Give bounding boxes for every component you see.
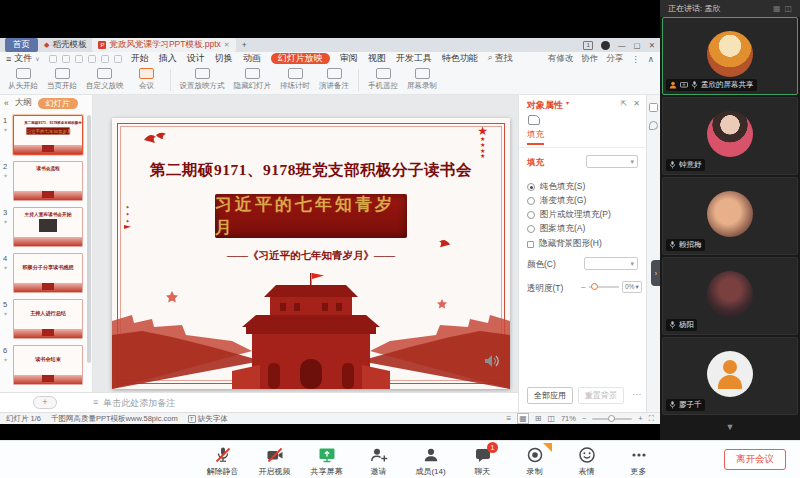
- hide-background-checkbox[interactable]: 隐藏背景图形(H): [527, 238, 602, 250]
- reading-view-icon[interactable]: ◫: [547, 414, 555, 423]
- tab-close-icon[interactable]: ✕: [224, 41, 230, 49]
- thumbnail-card[interactable]: 积极分子分享读书感想: [13, 253, 83, 293]
- zoom-level[interactable]: 71%: [561, 414, 576, 423]
- members-button[interactable]: 成员(14): [406, 443, 455, 477]
- radio-icon[interactable]: [527, 225, 535, 233]
- zoom-in-icon[interactable]: +: [638, 414, 642, 423]
- collapse-sidebar-icon[interactable]: ◫: [784, 4, 792, 13]
- fill-tab-icon[interactable]: [528, 115, 540, 125]
- tab-outline[interactable]: 大纲: [15, 97, 32, 109]
- participant-tile-sharing[interactable]: 孟欣的屏幕共享: [662, 17, 798, 95]
- fill-preset-dropdown[interactable]: ▾: [586, 155, 638, 168]
- undo-icon[interactable]: [88, 55, 96, 63]
- missing-font-warning[interactable]: T 缺失字体: [188, 414, 228, 424]
- thumbnail-card[interactable]: 主持人宣布读书会开始: [13, 207, 83, 247]
- thumbnail-card[interactable]: 读书会流程: [13, 161, 83, 201]
- comment-pane-icon[interactable]: [649, 121, 658, 130]
- transparency-knob[interactable]: [591, 283, 598, 290]
- menu-slideshow-active[interactable]: 幻灯片放映: [271, 53, 330, 64]
- leave-meeting-button[interactable]: 离开会议: [724, 449, 786, 470]
- share-button[interactable]: 分享: [606, 53, 623, 65]
- ribbon-phone-remote[interactable]: 手机遥控: [368, 68, 398, 91]
- fill-section-header[interactable]: 填充: [527, 157, 544, 169]
- ribbon-screen-record[interactable]: 屏幕录制: [407, 68, 437, 91]
- new-tab-button[interactable]: +: [242, 40, 247, 50]
- print-icon[interactable]: [62, 55, 70, 63]
- save-icon[interactable]: [49, 55, 57, 63]
- participant-tile[interactable]: 杨阳: [662, 257, 798, 335]
- new-slide-button[interactable]: +: [33, 396, 57, 409]
- participant-tile[interactable]: 赖招梅: [662, 177, 798, 255]
- collapse-ribbon-icon[interactable]: ∧: [648, 54, 654, 64]
- menu-animation[interactable]: 动画: [243, 52, 261, 65]
- fullscreen-icon[interactable]: ⛶: [649, 414, 654, 424]
- start-video-button[interactable]: 开启视频: [250, 443, 299, 477]
- title-chevron-icon[interactable]: ▾: [566, 99, 569, 112]
- slide-1-main[interactable]: ★ ★ ★ ★ ★ ✦ ✦ ✦ 第二期硕9171、9178班党支部积极分子读书会: [112, 118, 510, 389]
- slide-canvas[interactable]: ★ ★ ★ ★ ★ ✦ ✦ ✦ 第二期硕9171、9178班党支部积极分子读书会: [93, 95, 518, 392]
- fill-option-solid[interactable]: 纯色填充(S): [527, 181, 585, 193]
- tab-home[interactable]: 首页: [5, 38, 38, 52]
- chat-button[interactable]: 聊天 1: [458, 443, 507, 477]
- maximize-button[interactable]: ▢: [634, 41, 641, 50]
- fill-option-gradient[interactable]: 渐变填充(G): [527, 195, 586, 207]
- slide-subtitle[interactable]: ——《习近平的七年知青岁月》——: [112, 249, 510, 263]
- file-menu-button[interactable]: ≡ 文件 ∨: [6, 52, 40, 65]
- sorter-view-icon[interactable]: ⊞: [535, 414, 542, 423]
- fill-option-pattern[interactable]: 图案填充(A): [527, 223, 585, 235]
- zoom-slider-knob[interactable]: [608, 415, 615, 422]
- minimize-button[interactable]: —: [618, 41, 626, 50]
- apply-all-button[interactable]: 全部应用: [527, 387, 573, 404]
- pin-icon[interactable]: ⇱: [621, 99, 628, 108]
- audio-speaker-icon[interactable]: [484, 354, 500, 368]
- zoom-out-icon[interactable]: −: [582, 414, 586, 423]
- tab-document[interactable]: P 党政风党课学习PPT模板.pptx ✕: [92, 38, 235, 52]
- menu-view[interactable]: 视图: [368, 52, 386, 65]
- tab-template[interactable]: ◆ 稻壳模板: [44, 39, 86, 51]
- menu-transition[interactable]: 切换: [215, 52, 233, 65]
- account-avatar[interactable]: [601, 41, 610, 50]
- notes-view-icon[interactable]: ≡: [506, 414, 511, 423]
- thumbnail-slide-5[interactable]: 5 ✦ 主持人进行总结: [0, 299, 93, 339]
- menu-review[interactable]: 审阅: [340, 52, 358, 65]
- participant-tile[interactable]: 钟意妤: [662, 97, 798, 175]
- normal-view-icon[interactable]: ▦: [517, 413, 529, 424]
- close-button[interactable]: ✕: [649, 41, 655, 50]
- transparency-minus-icon[interactable]: −: [581, 282, 586, 292]
- collab-button[interactable]: 协作: [581, 53, 598, 65]
- close-panel-icon[interactable]: ✕: [633, 99, 640, 108]
- record-button[interactable]: 录制: [510, 443, 559, 477]
- panel-more-icon[interactable]: ⋯: [633, 389, 642, 399]
- share-screen-button[interactable]: 共享屏幕: [302, 443, 351, 477]
- thumbnail-slide-3[interactable]: 3 ✦ 主持人宣布读书会开始: [0, 207, 93, 247]
- thumbnail-slide-1[interactable]: 1 ✦ 第二期硕9171、9178班党支部积极分子读书会 习近平的七年知青岁月: [0, 115, 93, 155]
- ribbon-hide-slide[interactable]: 隐藏幻灯片: [234, 68, 272, 91]
- fill-option-picture[interactable]: 图片或纹理填充(P): [527, 209, 611, 221]
- tab-slides-active[interactable]: 幻灯片: [38, 98, 78, 109]
- grid-view-icon[interactable]: ▦: [773, 4, 781, 13]
- scroll-down-arrow[interactable]: ▼: [726, 422, 735, 432]
- thumbnail-slide-2[interactable]: 2 ✦ 读书会流程: [0, 161, 93, 201]
- thumbnail-slide-6[interactable]: 6 ✦ 读书会结束: [0, 345, 93, 385]
- invite-button[interactable]: 邀请: [354, 443, 403, 477]
- checkbox-icon[interactable]: [527, 241, 534, 248]
- window-split-icon[interactable]: 1: [583, 41, 593, 50]
- color-dropdown[interactable]: ▾: [584, 257, 638, 270]
- menu-devtools[interactable]: 开发工具: [396, 52, 432, 65]
- fill-tab-active[interactable]: 填充: [527, 129, 544, 145]
- zoom-slider[interactable]: [592, 418, 632, 420]
- more-vertical-icon[interactable]: ⋮: [631, 54, 640, 64]
- unmute-button[interactable]: 解除静音: [198, 443, 247, 477]
- ribbon-custom-show[interactable]: 自定义放映: [86, 68, 124, 91]
- slide-banner-box[interactable]: 习近平的七年知青岁月: [215, 194, 407, 238]
- menu-design[interactable]: 设计: [187, 52, 205, 65]
- menu-features[interactable]: 特色功能: [442, 52, 478, 65]
- ribbon-rehearse[interactable]: 排练计时: [280, 68, 310, 91]
- radio-icon[interactable]: [527, 211, 535, 219]
- format-painter-icon[interactable]: [114, 55, 122, 63]
- participant-tile[interactable]: 廖子千: [662, 337, 798, 415]
- thumbnail-card[interactable]: 第二期硕9171、9178班党支部积极分子读书会 习近平的七年知青岁月: [13, 115, 83, 155]
- preview-icon[interactable]: [75, 55, 83, 63]
- ribbon-play-current[interactable]: 当页开始: [47, 68, 77, 91]
- radio-selected-icon[interactable]: [527, 183, 535, 191]
